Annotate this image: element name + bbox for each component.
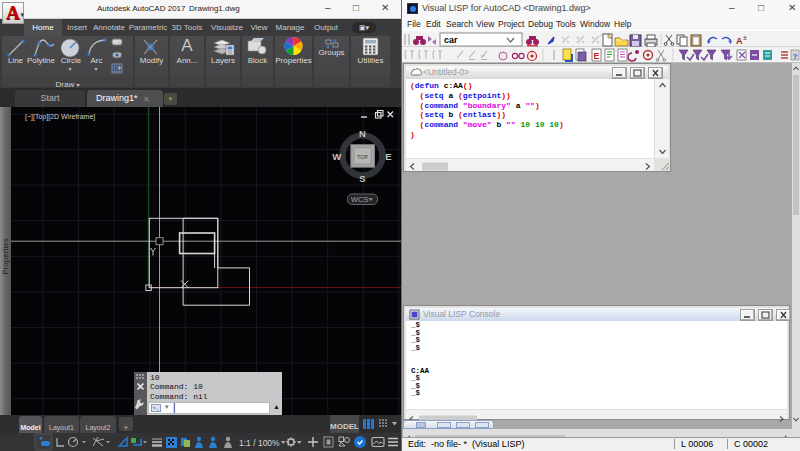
svg-text:A: A bbox=[736, 36, 743, 46]
svg-text:1:1 / 100%: 1:1 / 100% bbox=[239, 438, 280, 448]
svg-text:W: W bbox=[332, 151, 341, 162]
svg-text:TOP: TOP bbox=[357, 154, 369, 160]
svg-text:±: ± bbox=[743, 34, 747, 41]
svg-text:?: ? bbox=[793, 52, 798, 61]
svg-text:WCS: WCS bbox=[351, 195, 369, 204]
svg-text:E: E bbox=[594, 51, 600, 61]
svg-text:[−][Top][2D Wireframe]: [−][Top][2D Wireframe] bbox=[25, 113, 95, 121]
svg-text:car: car bbox=[444, 35, 458, 45]
svg-text:N: N bbox=[359, 128, 366, 139]
svg-text:E: E bbox=[385, 151, 391, 162]
svg-text:S: S bbox=[359, 173, 365, 184]
